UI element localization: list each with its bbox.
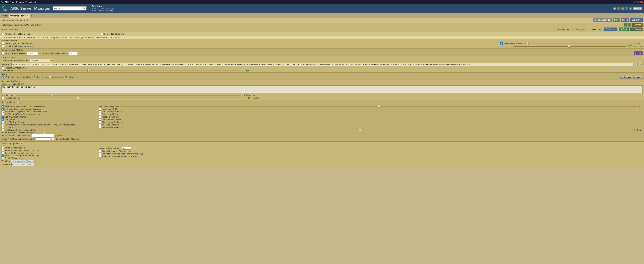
version-info-icon[interactable]: ℹ <box>26 19 29 22</box>
allow-ansel-slider[interactable] <box>99 130 633 130</box>
log-options-info-icon[interactable]: ℹ <box>20 142 24 146</box>
vac-checkbox[interactable] <box>2 105 4 108</box>
auto-save-row: Zeitabstand für automatisches Speichern:… <box>2 76 642 79</box>
create-support-zip-button[interactable]: Create Support Zip <box>593 18 612 22</box>
no-dinos-checkbox[interactable] <box>2 126 4 128</box>
force-no-man-sky-checkbox[interactable] <box>99 116 101 118</box>
tribe-log-destroyed-row: Tribe Log Destroyed Enemy Structures <box>99 155 642 158</box>
import-button[interactable]: Import <box>620 18 629 22</box>
use-cache-checkbox[interactable] <box>2 118 4 120</box>
players-button[interactable]: 👥 Players <box>630 28 642 31</box>
cluster-override-checkbox[interactable] <box>52 138 54 140</box>
log-options-section: Server Log Options ℹ Admin-Befehle logge… <box>0 142 644 167</box>
header-icon-1[interactable]: 📋 <box>613 7 616 10</box>
anti-speed-bias-label: Anti-Speed Hack Bias <box>99 105 119 108</box>
battleye-checkbox[interactable] <box>2 113 4 115</box>
server-admin-logs-checkbox[interactable] <box>2 149 4 152</box>
header-icon-4[interactable]: ❓ <box>625 7 628 10</box>
enable-extinction-checkbox[interactable] <box>2 66 4 69</box>
header-icon-5[interactable]: ℹ <box>629 7 632 10</box>
server-url-checkbox[interactable] <box>2 42 4 44</box>
stasis-keep-checkbox[interactable] <box>99 121 101 123</box>
max-players-checkbox[interactable] <box>500 42 503 44</box>
maximize-btn[interactable]: □ <box>637 1 640 3</box>
force-directx10-checkbox[interactable] <box>99 108 101 110</box>
tribe-log-destroyed-checkbox[interactable] <box>99 155 101 158</box>
web-url-input[interactable] <box>12 163 34 166</box>
force-low-memory-checkbox[interactable] <box>99 113 101 115</box>
restore-button[interactable]: Restore... <box>633 76 642 79</box>
cross-ark-input[interactable] <box>36 138 51 140</box>
max-players-slider[interactable] <box>525 43 638 44</box>
rcon-button[interactable]: RCON <box>634 52 642 55</box>
mod-ids-copy-icon[interactable]: 📋 <box>634 63 638 66</box>
use-all-cores-checkbox[interactable] <box>2 116 4 118</box>
add-tab-button[interactable]: + <box>31 14 32 17</box>
speichern-button[interactable]: Speichern... <box>604 28 618 31</box>
server-options-info-icon[interactable]: ℹ <box>16 101 20 104</box>
old-save-format-checkbox[interactable] <box>2 121 4 123</box>
cross-ark-row: Cross-ARK Data Transfer ClusterID: Clust… <box>2 138 95 140</box>
backup-now-button[interactable]: Backup Now <box>620 76 632 79</box>
enable-interval-checkbox[interactable] <box>2 96 4 99</box>
server-allow-ansel-checkbox[interactable] <box>99 126 101 128</box>
display-duration-slider[interactable] <box>16 95 241 96</box>
inactivity-timeout-checkbox[interactable] <box>2 45 4 47</box>
time-interval-slider[interactable] <box>15 70 240 71</box>
header-icon-2[interactable]: ⚙ <box>617 7 620 10</box>
active-profile-tab[interactable]: Unnamed Profile ✕ <box>8 14 30 18</box>
use-no-memory-bias-checkbox[interactable] <box>99 118 101 120</box>
start-button[interactable]: ▶ Start <box>619 28 629 31</box>
no-hang-detection-checkbox[interactable] <box>99 124 101 126</box>
auto-force-interval-slider[interactable] <box>35 132 72 133</box>
timeout-value-area: 3,600 Sekunden <box>514 45 642 47</box>
force-respawn-checkbox[interactable] <box>2 124 4 126</box>
force-net-label: ; Force Net Threading <box>104 33 124 35</box>
save-button[interactable]: Speichern... <box>630 18 643 22</box>
rcon-port-checkbox[interactable] <box>2 52 4 55</box>
interval-slider[interactable] <box>22 98 246 98</box>
mod-ids-input[interactable] <box>12 63 633 66</box>
enable-auto-respawn-row: Enable Auto Force Respawn Dinos <box>2 129 95 131</box>
mod-ids-edit-icon[interactable]: ✎ <box>639 63 642 66</box>
anti-speedhack-checkbox[interactable] <box>2 108 4 110</box>
search-input[interactable] <box>53 8 82 10</box>
motd-textarea[interactable]: Menschen Pupsen Hippos dürfen <box>2 86 642 93</box>
upgrade-button[interactable]: Upgrade <box>632 23 642 27</box>
sync-button[interactable]: Sync <box>612 18 620 22</box>
donate-button[interactable]: Donate <box>633 7 642 10</box>
rcon-port-input[interactable] <box>27 52 38 55</box>
close-btn[interactable]: ✕ <box>640 1 643 3</box>
log-admin-commands-checkbox[interactable] <box>99 152 101 155</box>
minimize-btn[interactable]: ─ <box>634 1 637 3</box>
enable-auto-respawn-checkbox[interactable] <box>2 129 4 131</box>
max-tribe-logs-input[interactable] <box>122 146 131 150</box>
auto-backup-label: Auto-Backup: <box>92 7 104 10</box>
search-icon[interactable]: 🔍 <box>82 7 86 10</box>
map-dropdown[interactable]: Valguero TheIsland Ragnarok Aberration E… <box>30 59 52 62</box>
force-shader4-row: Force Shader Model 4 <box>99 110 642 113</box>
server-admin-logs-label: Server Admin Logs Include Tribe Logs <box>4 149 39 152</box>
cluster-override-label: Cluster Directory Override <box>56 138 79 140</box>
player-physics-checkbox[interactable] <box>2 110 4 113</box>
use-raw-sockets-checkbox[interactable] <box>2 33 4 35</box>
enable-web-alarms-checkbox[interactable] <box>2 157 4 159</box>
timeout-slider[interactable] <box>514 46 626 46</box>
auto-save-slider[interactable] <box>45 77 64 78</box>
admin-chat-checkbox[interactable] <box>99 150 101 152</box>
search-bar[interactable]: 🔍 <box>53 6 86 10</box>
anti-speed-bias-slider[interactable] <box>120 106 638 107</box>
auto-save-checkbox[interactable] <box>2 76 4 78</box>
server-rcon-checkbox[interactable] <box>2 152 4 154</box>
alt-save-dir-input[interactable] <box>32 134 54 137</box>
tab-close-icon[interactable]: ✕ <box>26 14 28 17</box>
server-url-label: Berechtigte-URLs verwenden: <box>6 42 33 44</box>
admin-commands-checkbox[interactable] <box>2 146 4 149</box>
task-status-title: Task Status <box>92 5 104 7</box>
force-net-checkbox[interactable] <box>101 32 104 35</box>
header-icon-3[interactable]: 🔔 <box>621 7 624 10</box>
force-shader4-checkbox[interactable] <box>99 110 101 113</box>
web-key-input[interactable] <box>11 160 33 163</box>
hide-damage-checkbox[interactable] <box>2 154 4 157</box>
rcon-log-buffer-input[interactable] <box>68 52 78 55</box>
